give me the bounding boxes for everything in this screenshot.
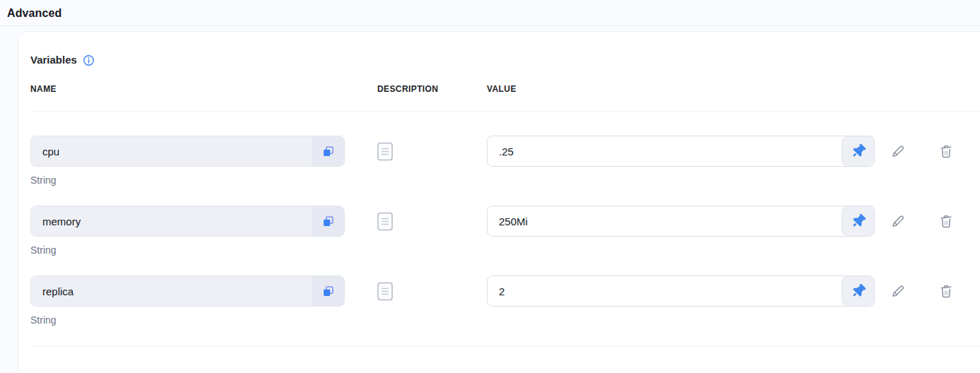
description-button[interactable] — [377, 142, 393, 161]
copy-icon — [321, 215, 335, 228]
variable-value-input[interactable] — [488, 276, 842, 306]
variable-name-input[interactable] — [31, 276, 312, 306]
field-line — [30, 136, 980, 167]
pin-button[interactable] — [842, 276, 874, 306]
variable-name-field — [30, 206, 345, 237]
variables-card: Variables NAME DESCRIPTION VALUE — [18, 31, 980, 373]
description-cell — [377, 282, 487, 301]
variable-type-label: String — [30, 173, 980, 187]
row-actions — [890, 143, 955, 160]
pencil-icon — [890, 143, 907, 160]
page-title: Advanced — [7, 6, 973, 20]
pin-icon — [851, 144, 866, 158]
variable-row-replica: String — [30, 276, 980, 327]
column-header-description: DESCRIPTION — [377, 84, 487, 94]
description-cell — [377, 142, 487, 161]
header-divider — [30, 111, 980, 112]
copy-button[interactable] — [312, 136, 344, 166]
pin-icon — [851, 284, 866, 298]
variable-name-field — [30, 276, 345, 307]
edit-button[interactable] — [890, 143, 907, 160]
variables-section-title: Variables — [30, 53, 77, 67]
trash-icon — [938, 283, 955, 300]
description-note-icon — [377, 282, 393, 301]
field-line — [30, 276, 980, 307]
page-header: Advanced — [0, 0, 980, 26]
trash-icon — [938, 143, 955, 160]
description-button[interactable] — [377, 282, 393, 301]
variable-type-label: String — [30, 243, 980, 257]
variable-type-label: String — [30, 313, 980, 327]
variable-name-field — [30, 136, 345, 167]
column-header-name: NAME — [30, 84, 345, 94]
variable-value-field — [487, 206, 875, 237]
trash-icon — [938, 213, 955, 230]
description-button[interactable] — [377, 212, 393, 231]
rows-end-divider — [30, 345, 980, 346]
edit-button[interactable] — [890, 213, 907, 230]
column-header-value: VALUE — [487, 84, 980, 94]
row-actions — [890, 213, 955, 230]
edit-button[interactable] — [890, 283, 907, 300]
variables-title-row: Variables — [30, 53, 980, 67]
variable-value-input[interactable] — [488, 136, 842, 166]
row-actions — [890, 283, 955, 300]
copy-button[interactable] — [312, 206, 344, 236]
description-cell — [377, 212, 487, 231]
variable-name-input[interactable] — [31, 206, 312, 236]
field-line — [30, 206, 980, 237]
delete-button[interactable] — [938, 283, 955, 300]
copy-icon — [321, 145, 335, 158]
copy-button[interactable] — [312, 276, 344, 306]
variable-row-memory: String — [30, 206, 980, 257]
variable-value-field — [487, 276, 875, 307]
delete-button[interactable] — [938, 143, 955, 160]
variable-row-cpu: String — [30, 136, 980, 187]
pencil-icon — [890, 283, 907, 300]
variable-name-input[interactable] — [31, 136, 312, 166]
variables-rows: String — [30, 136, 980, 327]
pin-icon — [851, 214, 866, 228]
pin-button[interactable] — [842, 136, 874, 166]
pencil-icon — [890, 213, 907, 230]
variable-value-input[interactable] — [488, 206, 842, 236]
copy-icon — [321, 285, 335, 298]
variable-value-field — [487, 136, 875, 167]
info-icon[interactable] — [83, 54, 95, 66]
description-note-icon — [377, 142, 393, 161]
pin-button[interactable] — [842, 206, 874, 236]
description-note-icon — [377, 212, 393, 231]
delete-button[interactable] — [938, 213, 955, 230]
table-header: NAME DESCRIPTION VALUE — [30, 84, 980, 94]
